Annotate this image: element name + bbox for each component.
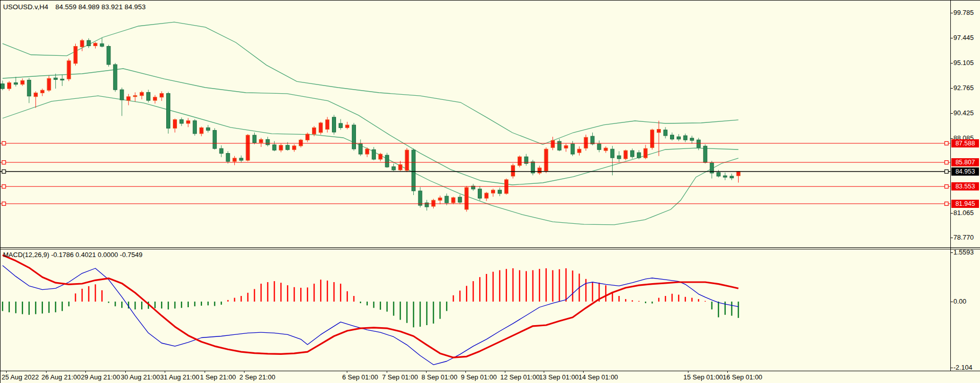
candle-body: [127, 97, 130, 100]
candle-body: [14, 83, 17, 84]
candle-body: [432, 200, 435, 206]
candle-body: [372, 150, 375, 159]
hline-handle[interactable]: [2, 161, 6, 164]
time-axis-label: 13 Sep 01:00: [539, 373, 578, 381]
candle-body: [253, 135, 256, 143]
chart-title: USOUSD.v,H4 84.559 84.989 83.921 84.953: [3, 3, 146, 11]
candle-body: [339, 123, 343, 127]
candle-body: [286, 145, 289, 150]
candle-body: [485, 193, 488, 198]
time-axis-tick: [688, 371, 688, 373]
time-axis-label: 1 Sep 21:00: [200, 373, 236, 381]
hline-handle[interactable]: [2, 202, 6, 205]
candle-body: [445, 196, 449, 203]
candle-body: [591, 136, 594, 144]
candle-body: [617, 156, 621, 159]
hline-handle[interactable]: [2, 170, 6, 174]
hline-handle[interactable]: [945, 141, 948, 145]
time-axis-label: 25 Aug 2022: [2, 373, 39, 381]
hline-handle[interactable]: [2, 185, 6, 188]
candle-body: [259, 139, 263, 142]
alert-price-tag-85.807[interactable]: 85.807: [951, 158, 979, 166]
alert-price-tag-83.553[interactable]: 83.553: [951, 182, 979, 190]
pane-divider-line-2: [1, 249, 980, 249]
time-axis-tick: [244, 371, 244, 373]
time-axis-label: 7 Sep 01:00: [382, 373, 418, 381]
candle-body: [94, 43, 97, 46]
time-axis-tick: [165, 371, 165, 373]
candle-body: [173, 120, 177, 129]
candle-body: [683, 136, 687, 140]
candle-body: [293, 146, 296, 150]
time-axis-tick: [125, 371, 126, 373]
candle-body: [651, 130, 654, 147]
pane-divider-line[interactable]: [1, 247, 980, 248]
candle-body: [492, 190, 495, 193]
candle-body: [226, 154, 230, 162]
candle-body: [604, 148, 608, 151]
time-axis-label: 6 Sep 01:00: [342, 373, 378, 381]
bollinger-band-upper: [3, 22, 739, 144]
candle-body: [425, 203, 429, 207]
candle-body: [611, 149, 614, 158]
candle-body: [498, 190, 502, 194]
candle-body: [180, 120, 183, 123]
hline-handle[interactable]: [945, 170, 948, 174]
candle-body: [730, 176, 733, 178]
candle-body: [677, 137, 680, 139]
candle-body: [365, 149, 369, 154]
candle-body: [538, 168, 541, 173]
axis-tick: [950, 88, 953, 89]
candle-body: [624, 151, 628, 159]
candle-body: [597, 144, 601, 150]
candle-body: [153, 97, 157, 100]
candle-body: [27, 80, 31, 96]
macd-axis-label: 1.5593: [953, 248, 974, 256]
bollinger-band-lower: [3, 96, 739, 225]
candle-body: [584, 137, 588, 148]
candle-body: [571, 144, 574, 154]
time-axis-tick: [583, 371, 584, 373]
candle-body: [438, 198, 442, 200]
candle-body: [80, 40, 84, 47]
time-axis[interactable]: 25 Aug 202226 Aug 21:0029 Aug 21:0030 Au…: [1, 371, 980, 383]
axis-tick: [950, 213, 953, 214]
candle-body: [703, 146, 707, 162]
macd-axis-label: 0.00: [953, 297, 966, 305]
candle-body: [74, 47, 77, 63]
hline-handle[interactable]: [945, 185, 948, 188]
hline-handle[interactable]: [2, 141, 6, 145]
candle-body: [671, 135, 674, 139]
price-axis[interactable]: 99.78597.44595.10592.76590.42588.08581.0…: [950, 1, 980, 371]
price-and-macd-canvas[interactable]: [1, 1, 951, 371]
candle-body: [186, 121, 190, 123]
alert-price-tag-81.945[interactable]: 81.945: [951, 200, 979, 208]
time-axis-label: 26 Aug 21:00: [41, 373, 81, 381]
candle-body: [67, 61, 71, 79]
candle-body: [717, 173, 720, 176]
time-axis-tick: [387, 371, 387, 373]
candle-body: [273, 145, 276, 150]
candle-body: [631, 151, 634, 157]
candle-body: [458, 197, 462, 202]
axis-tick: [950, 63, 953, 63]
candle-body: [345, 125, 349, 127]
time-axis-label: 2 Sep 21:00: [239, 373, 275, 381]
candle-body: [352, 125, 355, 149]
candle-body: [47, 78, 51, 90]
alert-price-tag-87.588[interactable]: 87.588: [951, 139, 979, 147]
hline-handle[interactable]: [945, 202, 948, 205]
candle-body: [452, 198, 455, 203]
axis-tick: [950, 252, 953, 253]
candle-body: [332, 117, 336, 132]
candle-body: [120, 90, 124, 100]
time-axis-label: 29 Aug 21:00: [81, 373, 120, 381]
time-axis-label: 8 Sep 01:00: [421, 373, 457, 381]
hline-handle[interactable]: [945, 161, 948, 164]
current-price-tag-84.953[interactable]: 84.953: [951, 167, 979, 176]
candle-body: [87, 40, 91, 46]
ohlc-values-label: 84.559 84.989 83.921 84.953: [55, 3, 145, 11]
candle-body: [1, 84, 5, 89]
time-axis-label: 12 Sep 01:00: [500, 373, 540, 381]
candle-body: [60, 79, 64, 80]
